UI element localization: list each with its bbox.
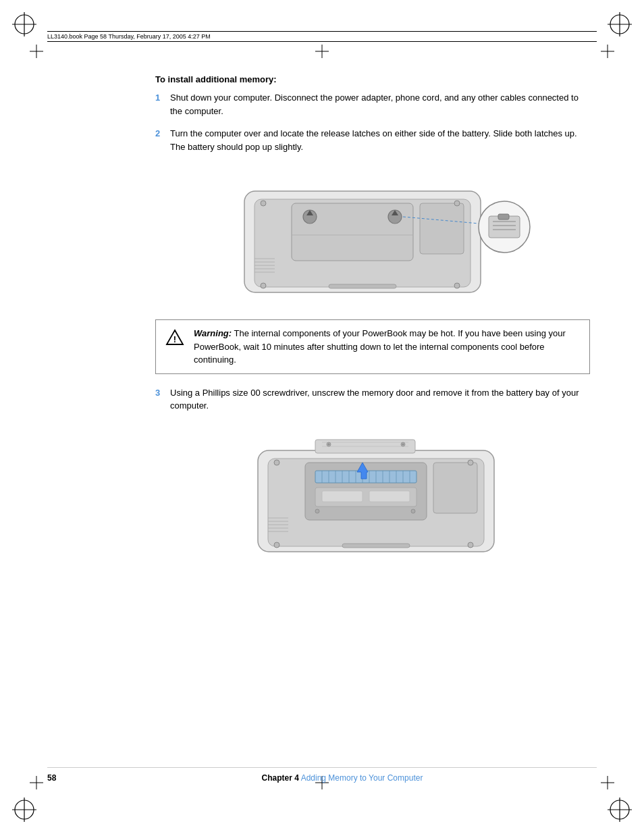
step-2: 2 Turn the computer over and locate the … [155,127,590,153]
content-area: To install additional memory: 1 Shut dow… [155,74,590,753]
header-bar: LL3140.book Page 58 Thursday, February 1… [47,31,597,42]
svg-rect-81 [433,463,477,513]
reg-mark-tl [12,12,36,36]
reg-mark-tr [608,12,632,36]
svg-rect-86 [342,544,410,548]
illustration-battery-latch [155,164,590,306]
warning-text: Warning: The internal components of your… [194,327,580,367]
footer-page-number: 58 [47,773,88,783]
step-3-number: 3 [155,386,167,413]
svg-rect-71 [322,491,363,502]
header-text: LL3140.book Page 58 Thursday, February 1… [47,33,211,40]
cross-mark-bottom-right [601,776,614,789]
step-1-number: 1 [155,91,167,118]
svg-point-36 [261,201,266,206]
cross-mark-top-right [601,45,614,58]
illustration-memory-door [155,423,590,565]
svg-point-74 [411,509,415,513]
section-title: To install additional memory: [155,74,590,84]
svg-point-73 [315,509,319,513]
warning-label: Warning: [194,328,232,338]
svg-point-82 [274,542,279,548]
svg-rect-49 [498,214,509,219]
footer-chapter-title: Adding Memory to Your Computer [301,773,423,783]
warning-box: ! Warning: The internal components of yo… [155,319,590,374]
reg-mark-bl [12,798,36,822]
step-1-text: Shut down your computer. Disconnect the … [170,91,590,118]
cross-mark-top-left [30,45,43,58]
warning-body: The internal components of your PowerBoo… [194,328,566,365]
svg-point-37 [454,201,460,206]
footer: 58 Chapter 4 Adding Memory to Your Compu… [47,767,597,783]
cross-mark-bottom-left [30,776,43,789]
svg-point-34 [261,283,266,288]
svg-rect-72 [369,491,410,502]
svg-point-84 [274,460,279,465]
step-3-text: Using a Phillips size 00 screwdriver, un… [170,386,590,413]
cross-mark-top-center [315,45,329,58]
step-2-text: Turn the computer over and locate the re… [170,127,590,153]
footer-chapter-label: Chapter 4 [262,773,299,783]
warning-icon: ! [165,328,187,349]
footer-chapter: Chapter 4 Adding Memory to Your Computer [88,773,597,783]
svg-point-83 [468,542,473,548]
reg-mark-br [608,798,632,822]
svg-point-35 [454,283,460,288]
svg-rect-38 [329,284,396,288]
step-1: 1 Shut down your computer. Disconnect th… [155,91,590,118]
svg-point-85 [468,460,473,465]
svg-rect-33 [420,203,464,254]
svg-text:!: ! [173,334,176,344]
step-2-number: 2 [155,127,167,153]
step-3: 3 Using a Phillips size 00 screwdriver, … [155,386,590,413]
